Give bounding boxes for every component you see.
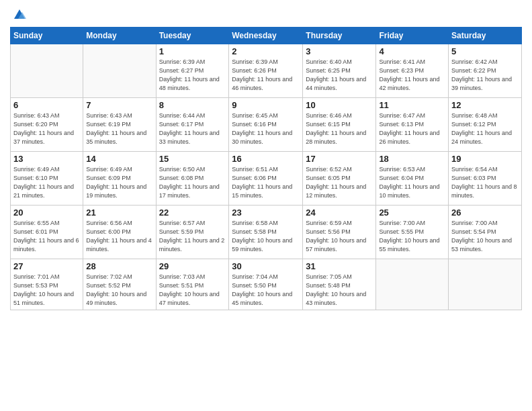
calendar-cell: 3Sunrise: 6:40 AM Sunset: 6:25 PM Daylig… [303, 44, 376, 98]
day-number: 5 [451, 46, 519, 56]
day-number: 9 [232, 100, 300, 110]
calendar-cell: 12Sunrise: 6:48 AM Sunset: 6:12 PM Dayli… [449, 98, 522, 152]
calendar-header-saturday: Saturday [449, 28, 522, 44]
calendar-week-row: 1Sunrise: 6:39 AM Sunset: 6:27 PM Daylig… [11, 44, 522, 98]
day-info: Sunrise: 7:05 AM Sunset: 5:48 PM Dayligh… [306, 273, 373, 308]
day-info: Sunrise: 7:02 AM Sunset: 5:52 PM Dayligh… [86, 273, 152, 308]
calendar-cell: 7Sunrise: 6:43 AM Sunset: 6:19 PM Daylig… [83, 98, 156, 152]
day-number: 8 [159, 100, 226, 110]
calendar-cell: 4Sunrise: 6:41 AM Sunset: 6:23 PM Daylig… [376, 44, 449, 98]
day-number: 13 [13, 154, 80, 164]
header [10, 7, 522, 21]
calendar-cell: 20Sunrise: 6:55 AM Sunset: 6:01 PM Dayli… [11, 205, 83, 259]
day-number: 31 [306, 261, 373, 271]
calendar-cell: 18Sunrise: 6:53 AM Sunset: 6:04 PM Dayli… [376, 152, 449, 205]
page: SundayMondayTuesdayWednesdayThursdayFrid… [0, 0, 532, 411]
calendar-cell: 29Sunrise: 7:03 AM Sunset: 5:51 PM Dayli… [156, 259, 229, 310]
day-number: 19 [451, 154, 519, 164]
calendar-cell [83, 44, 156, 98]
calendar-header-thursday: Thursday [303, 28, 376, 44]
calendar-cell: 11Sunrise: 6:47 AM Sunset: 6:13 PM Dayli… [376, 98, 449, 152]
day-info: Sunrise: 6:41 AM Sunset: 6:23 PM Dayligh… [379, 58, 445, 93]
day-info: Sunrise: 6:46 AM Sunset: 6:15 PM Dayligh… [306, 111, 373, 146]
day-info: Sunrise: 6:53 AM Sunset: 6:04 PM Dayligh… [379, 165, 445, 200]
calendar-header-row: SundayMondayTuesdayWednesdayThursdayFrid… [11, 28, 522, 44]
day-number: 25 [379, 208, 445, 218]
day-info: Sunrise: 6:43 AM Sunset: 6:19 PM Dayligh… [86, 111, 152, 146]
calendar-cell: 13Sunrise: 6:49 AM Sunset: 6:10 PM Dayli… [11, 152, 83, 205]
day-number: 12 [451, 100, 519, 110]
day-number: 3 [306, 46, 373, 56]
day-info: Sunrise: 6:50 AM Sunset: 6:08 PM Dayligh… [159, 165, 226, 200]
logo [10, 7, 26, 21]
calendar-header-sunday: Sunday [11, 28, 83, 44]
day-number: 2 [232, 46, 300, 56]
day-info: Sunrise: 7:01 AM Sunset: 5:53 PM Dayligh… [13, 273, 80, 308]
calendar-cell [376, 259, 449, 310]
day-number: 22 [159, 208, 226, 218]
day-info: Sunrise: 6:39 AM Sunset: 6:27 PM Dayligh… [159, 58, 226, 93]
calendar-cell: 31Sunrise: 7:05 AM Sunset: 5:48 PM Dayli… [303, 259, 376, 310]
calendar-cell: 23Sunrise: 6:58 AM Sunset: 5:58 PM Dayli… [229, 205, 303, 259]
calendar-cell: 14Sunrise: 6:49 AM Sunset: 6:09 PM Dayli… [83, 152, 156, 205]
calendar-cell: 21Sunrise: 6:56 AM Sunset: 6:00 PM Dayli… [83, 205, 156, 259]
calendar-cell: 22Sunrise: 6:57 AM Sunset: 5:59 PM Dayli… [156, 205, 229, 259]
day-number: 28 [86, 261, 152, 271]
calendar-cell: 19Sunrise: 6:54 AM Sunset: 6:03 PM Dayli… [449, 152, 522, 205]
day-info: Sunrise: 6:59 AM Sunset: 5:56 PM Dayligh… [306, 219, 373, 254]
calendar-table: SundayMondayTuesdayWednesdayThursdayFrid… [10, 27, 522, 310]
calendar-header-wednesday: Wednesday [229, 28, 303, 44]
calendar-cell: 1Sunrise: 6:39 AM Sunset: 6:27 PM Daylig… [156, 44, 229, 98]
logo-icon [11, 7, 26, 21]
calendar-cell: 6Sunrise: 6:43 AM Sunset: 6:20 PM Daylig… [11, 98, 83, 152]
day-number: 21 [86, 208, 152, 218]
day-number: 15 [159, 154, 226, 164]
calendar-cell: 24Sunrise: 6:59 AM Sunset: 5:56 PM Dayli… [303, 205, 376, 259]
day-info: Sunrise: 6:49 AM Sunset: 6:09 PM Dayligh… [86, 165, 152, 200]
day-number: 16 [232, 154, 300, 164]
calendar-cell [11, 44, 83, 98]
calendar-cell [449, 259, 522, 310]
day-info: Sunrise: 7:03 AM Sunset: 5:51 PM Dayligh… [159, 273, 226, 308]
day-info: Sunrise: 6:58 AM Sunset: 5:58 PM Dayligh… [232, 219, 300, 254]
day-info: Sunrise: 6:44 AM Sunset: 6:17 PM Dayligh… [159, 111, 226, 146]
day-number: 10 [306, 100, 373, 110]
calendar-cell: 16Sunrise: 6:51 AM Sunset: 6:06 PM Dayli… [229, 152, 303, 205]
calendar-cell: 8Sunrise: 6:44 AM Sunset: 6:17 PM Daylig… [156, 98, 229, 152]
day-number: 29 [159, 261, 226, 271]
calendar-cell: 26Sunrise: 7:00 AM Sunset: 5:54 PM Dayli… [449, 205, 522, 259]
day-info: Sunrise: 6:40 AM Sunset: 6:25 PM Dayligh… [306, 58, 373, 93]
day-info: Sunrise: 6:51 AM Sunset: 6:06 PM Dayligh… [232, 165, 300, 200]
calendar-cell: 30Sunrise: 7:04 AM Sunset: 5:50 PM Dayli… [229, 259, 303, 310]
day-info: Sunrise: 6:45 AM Sunset: 6:16 PM Dayligh… [232, 111, 300, 146]
day-number: 6 [13, 100, 80, 110]
calendar-cell: 2Sunrise: 6:39 AM Sunset: 6:26 PM Daylig… [229, 44, 303, 98]
calendar-cell: 9Sunrise: 6:45 AM Sunset: 6:16 PM Daylig… [229, 98, 303, 152]
calendar-week-row: 13Sunrise: 6:49 AM Sunset: 6:10 PM Dayli… [11, 152, 522, 205]
day-number: 26 [451, 208, 519, 218]
calendar-cell: 15Sunrise: 6:50 AM Sunset: 6:08 PM Dayli… [156, 152, 229, 205]
day-number: 30 [232, 261, 300, 271]
day-number: 18 [379, 154, 445, 164]
day-number: 24 [306, 208, 373, 218]
day-info: Sunrise: 6:56 AM Sunset: 6:00 PM Dayligh… [86, 219, 152, 254]
day-number: 14 [86, 154, 152, 164]
day-info: Sunrise: 6:42 AM Sunset: 6:22 PM Dayligh… [451, 58, 519, 93]
day-number: 1 [159, 46, 226, 56]
day-info: Sunrise: 6:48 AM Sunset: 6:12 PM Dayligh… [451, 111, 519, 146]
day-info: Sunrise: 6:55 AM Sunset: 6:01 PM Dayligh… [13, 219, 80, 254]
calendar-week-row: 27Sunrise: 7:01 AM Sunset: 5:53 PM Dayli… [11, 259, 522, 310]
calendar-header-tuesday: Tuesday [156, 28, 229, 44]
day-info: Sunrise: 6:54 AM Sunset: 6:03 PM Dayligh… [451, 165, 519, 200]
day-info: Sunrise: 6:49 AM Sunset: 6:10 PM Dayligh… [13, 165, 80, 200]
calendar-cell: 28Sunrise: 7:02 AM Sunset: 5:52 PM Dayli… [83, 259, 156, 310]
day-info: Sunrise: 6:47 AM Sunset: 6:13 PM Dayligh… [379, 111, 445, 146]
day-info: Sunrise: 6:57 AM Sunset: 5:59 PM Dayligh… [159, 219, 226, 254]
calendar-cell: 25Sunrise: 7:00 AM Sunset: 5:55 PM Dayli… [376, 205, 449, 259]
day-info: Sunrise: 7:00 AM Sunset: 5:54 PM Dayligh… [451, 219, 519, 254]
day-info: Sunrise: 7:04 AM Sunset: 5:50 PM Dayligh… [232, 273, 300, 308]
day-number: 4 [379, 46, 445, 56]
day-number: 20 [13, 208, 80, 218]
calendar-cell: 17Sunrise: 6:52 AM Sunset: 6:05 PM Dayli… [303, 152, 376, 205]
day-info: Sunrise: 6:52 AM Sunset: 6:05 PM Dayligh… [306, 165, 373, 200]
